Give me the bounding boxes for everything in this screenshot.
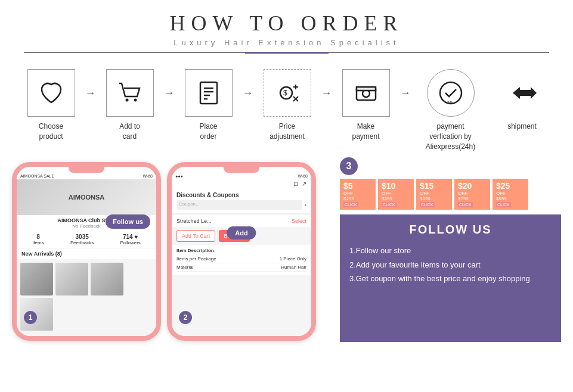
add-to-cart-button[interactable]: Add To Cart	[176, 230, 215, 242]
product-thumb-3	[91, 263, 123, 295]
svg-text:$: $	[283, 89, 287, 97]
phone1-banner: AIMOONSA	[17, 179, 156, 215]
svg-point-0	[125, 99, 128, 102]
coupon-25: $25 OFF $999 CLICK	[493, 179, 528, 210]
arrow-2: →	[164, 69, 175, 99]
step-make-payment: Makepayment	[333, 69, 399, 142]
place-order-icon-box	[185, 69, 233, 117]
step-payment-verification-label: paymentverfication byAliexpress(24h)	[426, 122, 475, 151]
arrow-4: →	[321, 69, 332, 99]
arrow-3: →	[243, 69, 253, 99]
line-accent	[245, 52, 329, 54]
phone2-container: ●●●W-68 ⊡↗ Discounts & Coupons Coupon...…	[167, 162, 316, 342]
line-left	[24, 52, 245, 53]
svg-rect-15	[357, 87, 376, 91]
arrow-5: →	[400, 69, 411, 99]
phone2-stretched-section: Stretched Le... Select	[172, 215, 311, 227]
phone2-description: Item Description Items per Package1 Piec…	[172, 245, 311, 275]
coupon-row: $5 OFF $199 CLICK $10 OFF $399 CLICK $15…	[340, 179, 561, 210]
follow-item-1: 1.Follow our store	[349, 244, 552, 257]
coupon-15: $15 OFF $599 CLICK	[416, 179, 452, 210]
right-panel: 3 $5 OFF $199 CLICK $10 OFF $399 CLICK $…	[334, 157, 573, 342]
step-place-order: Placeorder	[176, 69, 241, 142]
make-payment-icon-box	[342, 69, 390, 117]
svg-rect-2	[200, 82, 217, 104]
phone2-screen: ●●●W-68 ⊡↗ Discounts & Coupons Coupon...…	[172, 173, 311, 341]
price-adjustment-icon-box: $	[264, 69, 311, 117]
follow-item-3: 3.Get coupon with the best price and enj…	[349, 272, 552, 285]
phone2-add-bubble: Add	[227, 226, 256, 239]
phone2-discounts-header: Discounts & Coupons Coupon... ›	[172, 188, 311, 214]
follow-us-box: FOLLOW US 1.Follow our store 2.Add your …	[340, 214, 561, 342]
phone1-screen: AIMOONSA SALEW-68 AIMOONSA Follow us AIM…	[17, 173, 156, 341]
step-choose-product-label: Chooseproduct	[39, 122, 63, 142]
follow-us-title: FOLLOW US	[349, 223, 552, 237]
page-subtitle: Luxury Hair Extension Specialist	[0, 38, 573, 47]
step-add-to-card: Add tocard	[97, 69, 163, 142]
steps-row: Chooseproduct → Add tocard → Placeorder	[0, 57, 573, 157]
step-place-order-label: Placeorder	[199, 122, 217, 142]
payment-verification-icon-box: 24h	[427, 69, 475, 117]
phone1-stats: 8Items 3035Feedbacks 714 ♥Followers	[17, 231, 156, 248]
step-shipment-label: shipment	[507, 122, 537, 132]
arrow-1: →	[85, 69, 96, 99]
follow-item-2: 2.Add your favourite items to your cart	[349, 258, 552, 272]
phone1-follow-bubble: Follow us	[106, 214, 150, 229]
phone1-container: AIMOONSA SALEW-68 AIMOONSA Follow us AIM…	[12, 162, 161, 342]
coupon-20: $20 OFF $799 CLICK	[454, 179, 490, 210]
product-thumb-2	[55, 263, 88, 295]
page-title: HOW TO ORDER	[0, 11, 573, 36]
step-make-payment-label: Makepayment	[352, 122, 379, 142]
choose-product-icon-box	[27, 69, 75, 117]
svg-text:24h: 24h	[447, 101, 453, 104]
coupon-10: $10 OFF $399 CLICK	[378, 179, 414, 210]
phone1-notch	[69, 167, 104, 173]
step-add-to-card-label: Add tocard	[119, 122, 140, 142]
svg-point-1	[134, 99, 137, 102]
add-to-card-icon-box	[106, 69, 154, 117]
line-right	[329, 52, 550, 53]
follow-us-list: 1.Follow our store 2.Add your favourite …	[349, 244, 552, 285]
phones-area: AIMOONSA SALEW-68 AIMOONSA Follow us AIM…	[0, 157, 334, 342]
bottom-section: AIMOONSA SALEW-68 AIMOONSA Follow us AIM…	[0, 157, 573, 342]
shipment-icon-box	[498, 69, 546, 117]
header-divider	[24, 52, 549, 54]
product-thumb-1	[20, 263, 53, 295]
coupon-5: $5 OFF $199 CLICK	[340, 179, 376, 210]
phone1-products	[17, 259, 156, 334]
step-choose-product: Chooseproduct	[18, 69, 84, 142]
phone2-notch	[224, 167, 259, 173]
step-shipment: shipment	[490, 69, 555, 132]
step-payment-verification: 24h paymentverfication byAliexpress(24h)	[412, 69, 490, 151]
step-price-adjustment: $ Priceadjustment	[255, 69, 320, 142]
step3-badge: 3	[340, 157, 358, 175]
header-section: HOW TO ORDER Luxury Hair Extension Speci…	[0, 0, 573, 57]
step-price-adjustment-label: Priceadjustment	[270, 122, 305, 142]
